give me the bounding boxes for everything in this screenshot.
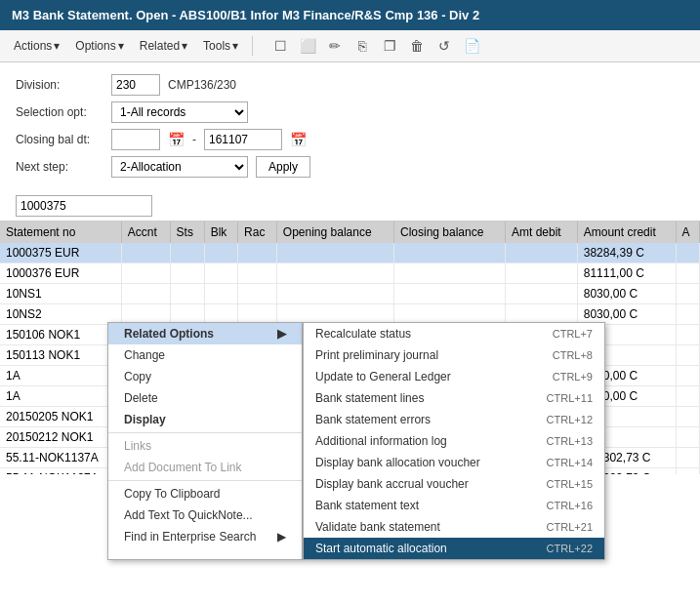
menu-tools[interactable]: Tools ▾ xyxy=(197,36,244,56)
selection-opt-label: Selection opt: xyxy=(16,105,103,119)
options-chevron-icon: ▾ xyxy=(118,39,124,53)
submenu: Recalculate statusCTRL+7Print preliminar… xyxy=(303,322,605,560)
context-menu-item-add-document-to-link: Add Document To Link xyxy=(108,457,302,478)
statement-search-input[interactable] xyxy=(16,195,152,217)
closing-bal-label: Closing bal dt: xyxy=(16,133,103,146)
table-cell xyxy=(676,448,699,468)
next-step-row: Next step: 2-Allocation Apply xyxy=(16,156,684,178)
menu-actions[interactable]: Actions ▾ xyxy=(8,36,65,56)
submenu-item-additional-information-log[interactable]: Additional information logCTRL+13 xyxy=(304,430,604,452)
submenu-item-display-bank-allocation-voucher[interactable]: Display bank allocation voucherCTRL+14 xyxy=(304,452,604,473)
context-menu-header[interactable]: Related Options ▶ xyxy=(108,323,302,344)
context-menu-item-delete[interactable]: Delete xyxy=(108,387,302,409)
calendar-from-icon[interactable]: 📅 xyxy=(168,132,185,147)
submenu-item-start-automatic-allocation[interactable]: Start automatic allocationCTRL+22 xyxy=(304,538,604,559)
table-cell xyxy=(676,284,699,304)
context-menu-item-find-in-enterprise-search[interactable]: Find in Enterprise Search▶ xyxy=(108,526,302,547)
division-input[interactable] xyxy=(111,74,160,96)
context-menu-item-add-text-to-quicknote...[interactable]: Add Text To QuickNote... xyxy=(108,504,302,526)
next-step-label: Next step: xyxy=(16,160,103,174)
table-cell: 8030,00 C xyxy=(577,284,676,304)
menu-separator xyxy=(252,36,253,56)
table-cell xyxy=(394,263,506,284)
refresh-icon[interactable]: ↺ xyxy=(432,34,456,58)
division-label: Division: xyxy=(16,78,103,92)
context-menu-item-display[interactable]: Display xyxy=(108,409,302,430)
col-accnt: Accnt xyxy=(121,222,170,243)
table-cell: 150106 NOK1 xyxy=(0,325,121,345)
table-cell: 1000375 EUR xyxy=(0,243,121,263)
menu-options[interactable]: Options ▾ xyxy=(69,36,129,56)
table-cell xyxy=(676,427,699,448)
table-cell xyxy=(170,263,204,284)
table-cell xyxy=(170,243,204,263)
closing-bal-to-input[interactable] xyxy=(204,129,282,150)
table-cell xyxy=(676,325,699,345)
open-document-icon[interactable]: ⬜ xyxy=(296,34,319,58)
calendar-to-icon[interactable]: 📅 xyxy=(290,132,307,147)
context-menu-item-change[interactable]: Change xyxy=(108,344,302,366)
table-cell xyxy=(676,468,699,475)
table-row[interactable]: 1000375 EUR38284,39 C xyxy=(0,243,700,263)
table-cell xyxy=(121,263,170,284)
col-sts: Sts xyxy=(170,222,204,243)
col-rac: Rac xyxy=(238,222,277,243)
table-cell xyxy=(394,284,506,304)
table-row[interactable]: 10NS18030,00 C xyxy=(0,284,700,304)
table-cell xyxy=(276,263,393,284)
table-cell: 20150205 NOK1 xyxy=(0,407,121,427)
search-row xyxy=(0,191,700,217)
col-closing: Closing balance xyxy=(394,222,506,243)
table-cell: 38284,39 C xyxy=(577,243,676,263)
menu-bar: Actions ▾ Options ▾ Related ▾ Tools ▾ ☐ … xyxy=(0,30,700,62)
table-cell xyxy=(394,243,506,263)
title-text: M3 Bank Statement. Open - ABS100/B1 Info… xyxy=(12,8,479,22)
col-statement-no: Statement no xyxy=(0,222,121,243)
submenu-item-validate-bank-statement[interactable]: Validate bank statementCTRL+21 xyxy=(304,516,604,538)
division-code: CMP136/230 xyxy=(168,78,236,92)
selection-opt-row: Selection opt: 1-All records xyxy=(16,101,684,123)
submenu-item-bank-statement-lines[interactable]: Bank statement linesCTRL+11 xyxy=(304,387,604,409)
table-cell: 1A xyxy=(0,366,121,386)
form-area: Division: CMP136/230 Selection opt: 1-Al… xyxy=(0,62,700,191)
menu-related[interactable]: Related ▾ xyxy=(134,36,193,56)
new-document-icon[interactable]: ☐ xyxy=(268,34,292,58)
table-cell: 81111,00 C xyxy=(577,263,676,284)
edit-icon[interactable]: ✏ xyxy=(323,34,347,58)
paste-icon[interactable]: ❐ xyxy=(378,34,401,58)
related-chevron-icon: ▾ xyxy=(182,39,187,53)
submenu-item-bank-statement-text[interactable]: Bank statement textCTRL+16 xyxy=(304,495,604,516)
table-cell xyxy=(170,284,204,304)
closing-bal-from-input[interactable] xyxy=(111,129,160,150)
table-cell xyxy=(676,243,699,263)
table-cell: 10NS2 xyxy=(0,304,121,325)
submenu-item-recalculate-status[interactable]: Recalculate statusCTRL+7 xyxy=(304,323,604,344)
col-blk: Blk xyxy=(204,222,237,243)
submenu-item-display-bank-accrual-voucher[interactable]: Display bank accrual voucherCTRL+15 xyxy=(304,473,604,495)
delete-icon[interactable]: 🗑 xyxy=(405,34,429,58)
table-cell xyxy=(204,263,237,284)
submenu-item-bank-statement-errors[interactable]: Bank statement errorsCTRL+12 xyxy=(304,409,604,430)
table-row[interactable]: 1000376 EUR81111,00 C xyxy=(0,263,700,284)
closing-bal-row: Closing bal dt: 📅 - 📅 xyxy=(16,129,684,150)
table-cell: 10NS1 xyxy=(0,284,121,304)
table-cell xyxy=(676,386,699,407)
apply-button[interactable]: Apply xyxy=(256,156,310,178)
col-credit: Amount credit xyxy=(577,222,676,243)
table-cell: 55.11-NOK1137A xyxy=(0,448,121,468)
context-menu-item-copy-to-clipboard[interactable]: Copy To Clipboard xyxy=(108,483,302,504)
submenu-item-update-to-general-ledger[interactable]: Update to General LedgerCTRL+9 xyxy=(304,366,604,387)
table-cell xyxy=(505,263,577,284)
col-a: A xyxy=(676,222,699,243)
actions-chevron-icon: ▾ xyxy=(54,39,60,53)
context-menu-overlay: Related Options ▶ ChangeCopyDeleteDispla… xyxy=(107,322,605,560)
table-cell xyxy=(505,243,577,263)
selection-opt-select[interactable]: 1-All records xyxy=(111,101,248,123)
context-menu-item-copy[interactable]: Copy xyxy=(108,366,302,387)
tools-chevron-icon: ▾ xyxy=(232,39,238,53)
info-icon[interactable]: 📄 xyxy=(460,34,483,58)
next-step-select[interactable]: 2-Allocation xyxy=(111,156,248,178)
submenu-item-print-preliminary-journal[interactable]: Print preliminary journalCTRL+8 xyxy=(304,344,604,366)
copy-icon[interactable]: ⎘ xyxy=(350,34,374,58)
table-cell xyxy=(204,284,237,304)
